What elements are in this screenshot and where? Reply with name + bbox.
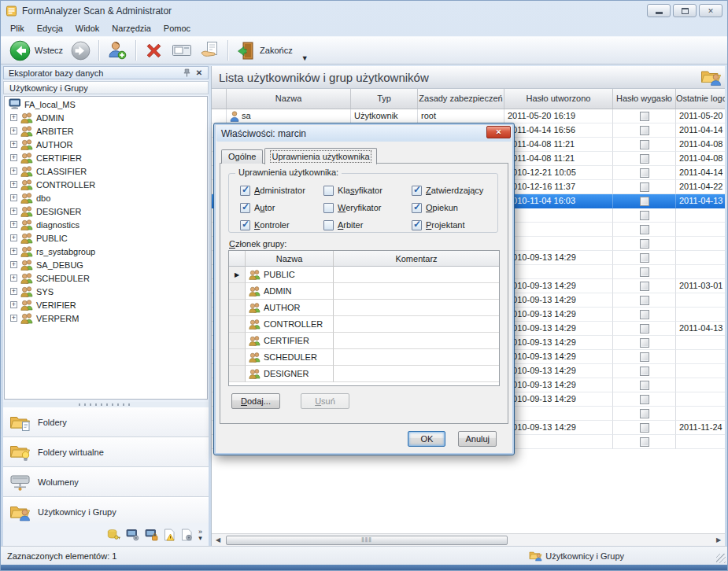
menu-item[interactable]: Pomoc: [157, 22, 197, 35]
expired-checkbox[interactable]: [640, 267, 649, 277]
expired-checkbox[interactable]: [640, 423, 649, 433]
delete-button[interactable]: [140, 39, 168, 62]
tree-expander-icon[interactable]: +: [10, 194, 17, 201]
member-comment-header[interactable]: Komentarz: [334, 251, 499, 267]
expired-checkbox[interactable]: [640, 352, 649, 362]
tree-expander-icon[interactable]: +: [10, 234, 17, 241]
tree-root-item[interactable]: FA_local_MS: [5, 98, 207, 111]
minimize-button[interactable]: [647, 4, 671, 17]
tree-group-item[interactable]: + SCHEDULER: [5, 271, 207, 285]
remove-button[interactable]: Usuń: [301, 393, 349, 409]
tree-group-item[interactable]: + CERTIFIER: [5, 151, 207, 164]
expired-checkbox[interactable]: [640, 112, 649, 121]
tree-group-item[interactable]: + rs_systabgroup: [5, 245, 207, 258]
tree-group-item[interactable]: + SA_DEBUG: [5, 258, 207, 271]
permission-checkbox[interactable]: [323, 186, 334, 196]
menu-item[interactable]: Narzędzia: [105, 22, 157, 35]
expired-checkbox[interactable]: [640, 140, 649, 149]
table-row[interactable]: sa Użytkownik root 2011-05-20 16:19 2011…: [212, 109, 725, 123]
member-group-row[interactable]: DESIGNER: [229, 366, 499, 382]
menu-item[interactable]: Edycja: [31, 22, 69, 35]
member-group-row[interactable]: CONTROLLER: [229, 316, 499, 333]
report-warning-icon[interactable]: [164, 529, 176, 541]
column-header-selector[interactable]: [212, 89, 227, 109]
permission-checkbox[interactable]: [323, 220, 334, 230]
column-header-password-expired[interactable]: Hasło wygasło: [613, 89, 676, 109]
tree-group-item[interactable]: + ADMIN: [5, 111, 207, 124]
permission-checkbox[interactable]: [240, 220, 250, 230]
expired-checkbox[interactable]: [640, 381, 649, 390]
expired-checkbox[interactable]: [640, 239, 649, 249]
column-header-type[interactable]: Typ: [351, 89, 418, 109]
add-user-button[interactable]: [103, 39, 131, 62]
expired-checkbox[interactable]: [640, 126, 649, 135]
tree-group-item[interactable]: + PUBLIC: [5, 231, 207, 245]
tree-expander-icon[interactable]: +: [10, 127, 17, 134]
tree-expander-icon[interactable]: +: [10, 248, 17, 255]
scrollbar-thumb[interactable]: ⦀⦀⦀: [226, 536, 508, 545]
tree-expander-icon[interactable]: +: [10, 288, 17, 295]
expired-checkbox[interactable]: [640, 282, 649, 291]
tree-expander-icon[interactable]: +: [10, 181, 17, 188]
database-key-icon[interactable]: [107, 529, 120, 541]
scroll-left-button[interactable]: ◀: [212, 535, 224, 546]
cancel-button[interactable]: Anuluj: [458, 431, 497, 447]
expired-checkbox[interactable]: [640, 324, 649, 333]
expired-checkbox[interactable]: [640, 154, 649, 164]
tree-group-item[interactable]: + VERPERM: [5, 311, 207, 325]
nav-item-volumes[interactable]: Wolumeny: [3, 467, 209, 497]
expired-checkbox[interactable]: [640, 367, 649, 376]
volume-lock-icon[interactable]: [145, 529, 158, 541]
nav-item-virtual-folders[interactable]: Foldery wirtualne: [3, 437, 209, 467]
tree-group-item[interactable]: + ARBITER: [5, 124, 207, 138]
permission-checkbox[interactable]: [412, 186, 422, 196]
tree-expander-icon[interactable]: +: [10, 168, 17, 175]
exit-button[interactable]: Zakończ: [232, 39, 297, 62]
more-icon[interactable]: »▾: [198, 529, 202, 541]
dialog-close-button[interactable]: ✕: [486, 126, 511, 138]
ok-button[interactable]: OK: [408, 431, 445, 447]
resize-grip[interactable]: [716, 554, 726, 563]
tree-group-item[interactable]: + dbo: [5, 191, 207, 204]
member-group-row[interactable]: AUTHOR: [229, 300, 499, 316]
tab-user-permissions[interactable]: Uprawnienia użytkownika: [264, 148, 376, 164]
expired-checkbox[interactable]: [640, 182, 649, 192]
tree-group-item[interactable]: + CLASSIFIER: [5, 164, 207, 178]
scroll-right-button[interactable]: ▶: [712, 535, 725, 546]
tree-expander-icon[interactable]: +: [10, 154, 17, 161]
permission-checkbox[interactable]: [412, 220, 422, 230]
tree-expander-icon[interactable]: +: [10, 315, 17, 322]
permission-checkbox[interactable]: [323, 203, 334, 213]
tree-expander-icon[interactable]: +: [10, 274, 17, 282]
nav-item-folders[interactable]: Foldery: [3, 407, 209, 437]
expired-checkbox[interactable]: [640, 395, 649, 404]
tree-group-item[interactable]: + DESIGNER: [5, 204, 207, 218]
expired-checkbox[interactable]: [640, 211, 649, 220]
tree-group-item[interactable]: + diagnostics: [5, 218, 207, 231]
maximize-button[interactable]: [673, 4, 697, 17]
add-button[interactable]: Dodaj...: [231, 393, 280, 409]
column-header-password-created[interactable]: Hasło utworzono: [504, 89, 613, 109]
expired-checkbox[interactable]: [640, 310, 649, 319]
expired-checkbox[interactable]: [640, 338, 649, 348]
panel-splitter[interactable]: [3, 402, 209, 407]
column-header-policy[interactable]: Zasady zabezpieczeń: [418, 89, 504, 109]
expired-checkbox[interactable]: [640, 437, 649, 447]
column-header-name[interactable]: Nazwa: [227, 89, 351, 109]
tree-group-item[interactable]: + AUTHOR: [5, 138, 207, 151]
member-group-row[interactable]: ADMIN: [229, 283, 499, 300]
back-button[interactable]: Wstecz: [6, 39, 67, 63]
toolbar-overflow-button[interactable]: ▼: [298, 54, 312, 62]
expired-checkbox[interactable]: [640, 296, 649, 305]
panel-close-button[interactable]: ✕: [194, 68, 205, 78]
dialog-title-bar[interactable]: Właściwości: marcin: [216, 126, 512, 142]
tree-section-header[interactable]: Użytkownicy i Grupy: [3, 81, 209, 94]
member-group-row[interactable]: CERTIFIER: [229, 333, 499, 349]
expired-checkbox[interactable]: [640, 409, 649, 418]
expired-checkbox[interactable]: [640, 253, 649, 263]
permission-checkbox[interactable]: [240, 186, 250, 196]
tree-expander-icon[interactable]: +: [10, 261, 17, 268]
pin-button[interactable]: [181, 68, 192, 78]
volume-gear-icon[interactable]: [126, 529, 139, 541]
expired-checkbox[interactable]: [640, 197, 649, 206]
